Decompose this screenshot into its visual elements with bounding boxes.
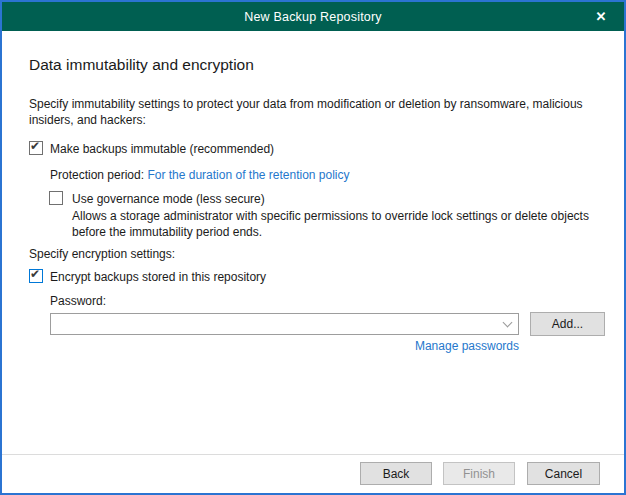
use-governance-mode-label: Use governance mode (less secure) [72,192,265,206]
password-input[interactable] [51,314,496,334]
close-icon[interactable]: ✕ [582,2,620,31]
protection-period-row: Protection period: For the duration of t… [50,168,350,184]
use-governance-mode-checkbox[interactable]: ✔ [49,191,63,205]
window-title: New Backup Repository [244,10,382,24]
password-combobox [50,313,519,335]
check-icon: ✔ [30,267,40,281]
make-backups-immutable-label: Make backups immutable (recommended) [50,142,274,156]
titlebar: New Backup Repository ✕ [2,2,624,31]
cancel-button[interactable]: Cancel [527,462,600,485]
page-title: Data immutability and encryption [29,56,254,74]
encrypt-backups-label: Encrypt backups stored in this repositor… [50,270,266,284]
governance-mode-description: Allows a storage administrator with spec… [72,209,620,240]
password-dropdown-button[interactable] [496,314,518,334]
password-label: Password: [50,294,106,310]
check-icon: ✔ [30,139,40,153]
manage-passwords-link[interactable]: Manage passwords [415,339,519,353]
chevron-down-icon [502,317,512,327]
finish-button[interactable]: Finish [443,462,515,485]
make-backups-immutable-checkbox[interactable]: ✔ [29,141,43,155]
add-password-button[interactable]: Add... [530,312,605,336]
protection-period-label: Protection period: [50,168,144,182]
back-button[interactable]: Back [360,462,432,485]
footer-separator [2,454,624,455]
protection-period-link[interactable]: For the duration of the retention policy [147,168,349,182]
immutability-intro-text: Specify immutability settings to protect… [29,97,611,128]
encryption-settings-heading: Specify encryption settings: [29,247,175,263]
new-backup-repository-dialog: New Backup Repository ✕ Data immutabilit… [0,0,626,495]
encrypt-backups-checkbox[interactable]: ✔ [29,269,43,283]
